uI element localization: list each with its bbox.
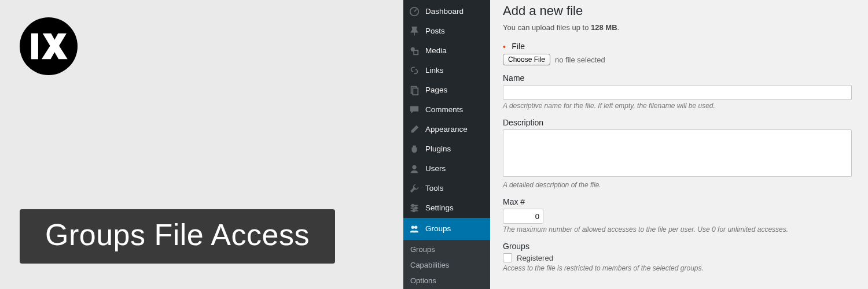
groups-icon [409,223,420,235]
sidebar-item-label: Links [425,65,444,76]
description-input[interactable] [503,129,852,177]
wordpress-admin: Dashboard Posts Media Links [403,0,868,289]
registered-checkbox[interactable] [503,253,512,262]
sidebar-item-links[interactable]: Links [403,61,490,80]
groups-hint: Access to the file is restricted to memb… [503,264,852,272]
sidebar-item-label: Comments [425,105,463,115]
registered-option-label: Registered [517,254,553,262]
sidebar-item-label: Appearance [425,124,468,135]
users-icon [409,163,420,175]
sidebar-item-label: Users [425,164,446,174]
name-field-row: Name A descriptive name for the file. If… [503,73,852,110]
sidebar-item-users[interactable]: Users [403,159,490,179]
sidebar-item-tools[interactable]: Tools [403,179,490,198]
max-input[interactable] [503,209,543,224]
sidebar-item-comments[interactable]: Comments [403,100,490,120]
sidebar-item-label: Settings [425,203,454,213]
sidebar-item-label: Tools [425,183,444,194]
svg-point-9 [411,226,414,229]
media-icon [409,45,420,57]
banner-title: Groups File Access [20,209,335,264]
sidebar-item-label: Groups [425,224,451,234]
sidebar-item-label: Posts [425,26,445,36]
sidebar-item-dashboard[interactable]: Dashboard [403,2,490,21]
sidebar-item-appearance[interactable]: Appearance [403,120,490,139]
max-label: Max # [503,197,852,206]
sidebar-item-media[interactable]: Media [403,41,490,61]
pages-icon [409,84,420,96]
sidebar-item-label: Pages [425,85,447,95]
comment-icon [409,104,420,116]
svg-point-7 [415,207,417,209]
wrench-icon [409,183,420,194]
link-icon [409,65,420,76]
page-title: Add a new file [503,3,852,18]
description-field-row: Description A detailed description of th… [503,118,852,189]
max-field-row: Max # The maximum number of allowed acce… [503,197,852,234]
content-pane: Add a new file You can upload files up t… [490,0,868,289]
submenu-capabilities[interactable]: Capabilities [403,257,490,273]
svg-rect-4 [413,88,418,95]
choose-file-button[interactable]: Choose File [503,54,550,65]
admin-sidebar: Dashboard Posts Media Links [403,0,490,289]
sidebar-item-label: Media [425,46,447,56]
name-input[interactable] [503,85,852,100]
name-label: Name [503,73,852,83]
sidebar-item-groups[interactable]: Groups [403,218,490,240]
svg-point-5 [412,165,416,169]
dashboard-icon [409,6,420,17]
sidebar-item-plugins[interactable]: Plugins [403,139,490,159]
brand-logo [20,17,78,75]
svg-point-10 [414,226,417,229]
file-label: File [512,42,525,51]
description-hint: A detailed description of the file. [503,181,852,189]
submenu-options[interactable]: Options [403,273,490,288]
ix-logo-icon [24,21,73,71]
max-hint: The maximum number of allowed accesses t… [503,225,852,234]
sidebar-submenu: Groups Capabilities Options Files [403,240,490,289]
sidebar-item-posts[interactable]: Posts [403,21,490,41]
groups-label: Groups [503,242,852,251]
sidebar-item-settings[interactable]: Settings [403,198,490,218]
required-indicator: • [503,42,506,51]
groups-field-row: Groups Registered Access to the file is … [503,242,852,272]
name-hint: A descriptive name for the file. If left… [503,102,852,110]
svg-rect-0 [31,34,38,60]
file-status-text: no file selected [555,55,605,64]
sliders-icon [409,202,420,214]
sidebar-item-label: Plugins [425,144,451,154]
sidebar-item-pages[interactable]: Pages [403,80,490,100]
sidebar-item-label: Dashboard [425,6,464,17]
plug-icon [409,143,420,155]
description-label: Description [503,118,852,127]
svg-point-6 [412,205,414,207]
svg-point-8 [413,210,415,212]
submenu-groups[interactable]: Groups [403,242,490,257]
upload-limit-text: You can upload files up to 128 MB. [503,23,852,32]
file-field-row: • File Choose File no file selected [503,41,852,65]
brush-icon [409,124,420,135]
pin-icon [409,25,420,37]
